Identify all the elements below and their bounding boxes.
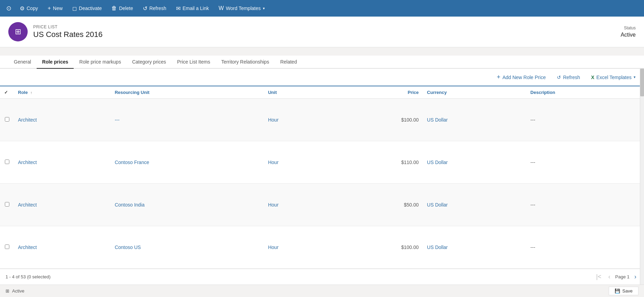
add-new-label: Add New Role Price: [503, 75, 546, 80]
status-bar: ⊞ Active 💾 Save: [0, 285, 644, 297]
save-button[interactable]: 💾 Save: [609, 287, 638, 295]
status-value: Active: [620, 32, 636, 38]
row-select-checkbox[interactable]: [5, 245, 9, 249]
unit-header-label: Unit: [268, 90, 277, 95]
tab-price-list-items[interactable]: Price List Items: [172, 56, 216, 69]
row-select-checkbox[interactable]: [5, 202, 9, 207]
role-prices-table: ✓ Role ↑ Resourcing Unit Unit Price: [0, 86, 644, 269]
currency-cell[interactable]: US Dollar: [423, 141, 526, 184]
unit-cell[interactable]: Hour: [264, 99, 331, 141]
delete-icon: 🗑: [111, 5, 117, 11]
next-page-button[interactable]: ›: [632, 272, 638, 281]
unit-cell[interactable]: Hour: [264, 141, 331, 184]
role-cell[interactable]: Architect: [14, 184, 111, 226]
record-header: ⊞ PRICE LIST US Cost Rates 2016 Status A…: [0, 17, 644, 47]
refresh-label: Refresh: [149, 6, 166, 11]
description-cell: ---: [526, 184, 644, 226]
history-button[interactable]: ⊙: [3, 2, 15, 14]
select-all-header[interactable]: ✓: [0, 86, 14, 99]
add-new-role-price-button[interactable]: + Add New Role Price: [494, 72, 549, 82]
price-column-header[interactable]: Price: [331, 86, 423, 99]
tab-category-prices[interactable]: Category prices: [127, 56, 172, 69]
tab-related[interactable]: Related: [275, 56, 302, 69]
table-row[interactable]: Architect --- Hour $100.00 US Dollar ---: [0, 99, 644, 141]
role-cell[interactable]: Architect: [14, 141, 111, 184]
save-icon: 💾: [615, 288, 620, 294]
table-row[interactable]: Architect Contoso US Hour $100.00 US Dol…: [0, 226, 644, 269]
refresh-button[interactable]: ↺ Refresh: [138, 3, 171, 14]
status-bar-actions: 💾 Save: [609, 287, 638, 295]
price-header-label: Price: [408, 90, 419, 95]
deactivate-button[interactable]: ◻ Deactivate: [67, 3, 107, 14]
tabs-bar: General Role prices Role price markups C…: [0, 56, 644, 69]
price-cell: $50.00: [331, 184, 423, 226]
deactivate-icon: ◻: [72, 5, 77, 12]
resourcing-unit-cell[interactable]: Contoso France: [111, 141, 264, 184]
excel-templates-label: Excel Templates: [596, 75, 632, 80]
new-button[interactable]: + New: [43, 3, 67, 13]
excel-templates-button[interactable]: X Excel Templates ▾: [588, 73, 638, 82]
resourcing-unit-column-header[interactable]: Resourcing Unit: [111, 86, 264, 99]
row-checkbox[interactable]: [0, 141, 14, 184]
excel-chevron-icon: ▾: [634, 75, 636, 79]
role-cell[interactable]: Architect: [14, 99, 111, 141]
row-checkbox[interactable]: [0, 184, 14, 226]
unit-column-header[interactable]: Unit: [264, 86, 331, 99]
table-row[interactable]: Architect Contoso India Hour $50.00 US D…: [0, 184, 644, 226]
scroll-thumb[interactable]: [640, 69, 644, 96]
copy-button[interactable]: ⚙ Copy: [15, 3, 43, 14]
word-templates-button[interactable]: W Word Templates ▾: [214, 3, 270, 13]
add-icon: +: [497, 74, 500, 81]
description-column-header[interactable]: Description: [526, 86, 644, 99]
scrollbar[interactable]: [640, 69, 644, 285]
tab-general[interactable]: General: [8, 56, 37, 69]
deactivate-label: Deactivate: [79, 6, 102, 11]
currency-header-label: Currency: [427, 90, 447, 95]
new-icon: +: [48, 5, 51, 11]
currency-column-header[interactable]: Currency: [423, 86, 526, 99]
row-checkbox[interactable]: [0, 226, 14, 269]
email-link-button[interactable]: ✉ Email a Link: [171, 3, 214, 14]
description-cell: ---: [526, 99, 644, 141]
tab-role-prices[interactable]: Role prices: [37, 56, 74, 69]
row-checkbox[interactable]: [0, 99, 14, 141]
prev-page-button[interactable]: ‹: [606, 272, 613, 281]
grid-refresh-button[interactable]: ↺ Refresh: [554, 73, 583, 82]
excel-icon: X: [591, 75, 594, 80]
tab-role-price-markups[interactable]: Role price markups: [74, 56, 127, 69]
description-cell: ---: [526, 226, 644, 269]
unit-cell[interactable]: Hour: [264, 184, 331, 226]
avatar-icon: ⊞: [15, 27, 21, 36]
unit-cell[interactable]: Hour: [264, 226, 331, 269]
currency-cell[interactable]: US Dollar: [423, 184, 526, 226]
header-info: PRICE LIST US Cost Rates 2016: [33, 25, 615, 39]
price-cell: $100.00: [331, 226, 423, 269]
status-label: Status: [620, 26, 636, 30]
price-cell: $100.00: [331, 99, 423, 141]
email-icon: ✉: [176, 5, 181, 12]
history-icon: ⊙: [6, 4, 11, 12]
pagination-bar: 1 - 4 of 53 (0 selected) |< ‹ Page 1 ›: [0, 269, 644, 285]
main-content: + Add New Role Price ↺ Refresh X Excel T…: [0, 69, 644, 285]
delete-button[interactable]: 🗑 Delete: [107, 3, 138, 13]
role-header-label: Role: [18, 90, 28, 95]
row-select-checkbox[interactable]: [5, 117, 9, 122]
currency-cell[interactable]: US Dollar: [423, 226, 526, 269]
grid-refresh-label: Refresh: [563, 75, 580, 80]
first-page-button[interactable]: |<: [594, 272, 604, 281]
toolbar: ⊙ ⚙ Copy + New ◻ Deactivate 🗑 Delete ↺ R…: [0, 0, 644, 17]
resourcing-unit-cell[interactable]: Contoso India: [111, 184, 264, 226]
role-cell[interactable]: Architect: [14, 226, 111, 269]
table-row[interactable]: Architect Contoso France Hour $110.00 US…: [0, 141, 644, 184]
row-select-checkbox[interactable]: [5, 160, 9, 164]
resourcing-unit-cell[interactable]: ---: [111, 99, 264, 141]
status-bar-icon: ⊞: [6, 288, 9, 294]
resourcing-unit-cell[interactable]: Contoso US: [111, 226, 264, 269]
record-title: US Cost Rates 2016: [33, 30, 615, 39]
currency-cell[interactable]: US Dollar: [423, 99, 526, 141]
description-header-label: Description: [531, 90, 555, 95]
refresh-icon: ↺: [143, 5, 147, 12]
word-templates-chevron: ▾: [263, 6, 265, 11]
role-column-header[interactable]: Role ↑: [14, 86, 111, 99]
tab-territory-relationships[interactable]: Territory Relationships: [216, 56, 275, 69]
